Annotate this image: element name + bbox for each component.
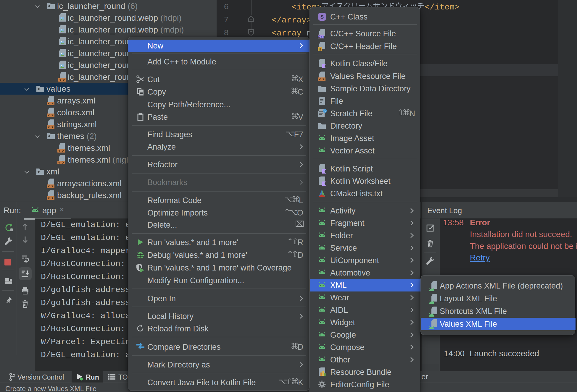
svg-text:C++: C++ <box>318 35 324 38</box>
svg-text:S: S <box>320 14 324 20</box>
svg-text:H: H <box>319 47 321 51</box>
